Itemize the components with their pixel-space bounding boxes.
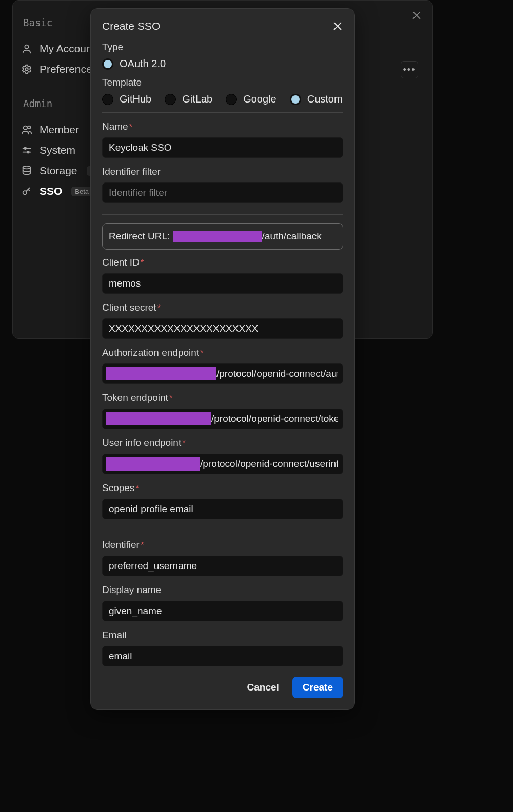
sidebar-item-label: SSO xyxy=(40,185,62,197)
radio-unchecked-icon xyxy=(226,94,237,105)
auth-endpoint-label: Authorization endpoint xyxy=(102,347,343,358)
svg-point-2 xyxy=(25,45,28,49)
auth-endpoint-input[interactable]: /protocol/openid-connect/auth xyxy=(102,363,343,384)
divider xyxy=(102,112,343,113)
scopes-label: Scopes xyxy=(102,482,343,494)
template-option-google[interactable]: Google xyxy=(226,93,277,105)
radio-label: Custom xyxy=(307,93,343,105)
svg-point-3 xyxy=(25,68,28,71)
key-icon xyxy=(21,186,32,197)
user-icon xyxy=(21,43,32,54)
template-label: Template xyxy=(102,77,343,88)
identifier-label: Identifier xyxy=(102,539,343,551)
sidebar-item-label: System xyxy=(40,144,75,156)
radio-label: GitHub xyxy=(120,93,151,105)
radio-label: OAuth 2.0 xyxy=(120,58,166,70)
name-input[interactable] xyxy=(102,137,343,158)
modal-title: Create SSO xyxy=(102,20,160,32)
modal-close-button[interactable] xyxy=(332,21,343,32)
token-endpoint-suffix: /protocol/openid-connect/token xyxy=(211,413,338,424)
display-name-label: Display name xyxy=(102,584,343,596)
redacted-segment xyxy=(106,412,211,425)
divider xyxy=(102,531,343,531)
type-option-oauth2[interactable]: OAuth 2.0 xyxy=(102,58,166,70)
settings-close-button[interactable] xyxy=(411,10,422,21)
sliders-icon xyxy=(21,145,32,156)
create-button[interactable]: Create xyxy=(292,677,343,698)
modal-actions: Cancel Create xyxy=(102,677,343,698)
redirect-url-display[interactable]: Redirect URL: /auth/callback xyxy=(102,223,343,250)
sidebar-item-label: My Account xyxy=(40,43,95,55)
email-input[interactable] xyxy=(102,646,343,666)
divider xyxy=(102,214,343,215)
svg-point-10 xyxy=(23,166,31,169)
radio-checked-icon xyxy=(102,58,113,70)
type-label: Type xyxy=(102,42,343,53)
type-radio-group: OAuth 2.0 xyxy=(102,58,343,70)
userinfo-endpoint-suffix: /protocol/openid-connect/userinfo xyxy=(200,458,338,470)
redacted-segment xyxy=(106,457,200,471)
client-secret-input[interactable] xyxy=(102,318,343,339)
redirect-url-prefix: Redirect URL: xyxy=(109,231,170,242)
radio-unchecked-icon xyxy=(102,94,113,105)
name-label: Name xyxy=(102,121,343,132)
svg-point-9 xyxy=(27,151,29,153)
gear-icon xyxy=(21,64,32,75)
svg-point-7 xyxy=(24,148,26,150)
database-icon xyxy=(21,165,32,176)
token-endpoint-label: Token endpoint xyxy=(102,392,343,403)
client-secret-label: Client secret xyxy=(102,302,343,313)
radio-label: Google xyxy=(243,93,277,105)
client-id-label: Client ID xyxy=(102,257,343,268)
client-id-input[interactable] xyxy=(102,273,343,294)
radio-checked-icon xyxy=(290,94,301,105)
auth-endpoint-suffix: /protocol/openid-connect/auth xyxy=(216,368,338,379)
identifier-input[interactable] xyxy=(102,556,343,576)
token-endpoint-input[interactable]: /protocol/openid-connect/token xyxy=(102,409,343,429)
scopes-input[interactable] xyxy=(102,499,343,519)
beta-badge: Beta xyxy=(71,187,92,196)
cancel-button[interactable]: Cancel xyxy=(245,677,281,698)
svg-point-4 xyxy=(24,126,27,130)
svg-point-5 xyxy=(28,126,31,129)
sidebar-item-label: Preferences xyxy=(40,63,97,75)
users-icon xyxy=(21,124,32,135)
userinfo-endpoint-label: User info endpoint xyxy=(102,437,343,449)
userinfo-endpoint-input[interactable]: /protocol/openid-connect/userinfo xyxy=(102,454,343,474)
redacted-segment xyxy=(106,367,216,380)
email-label: Email xyxy=(102,630,343,641)
more-options-button[interactable]: ••• xyxy=(401,61,418,78)
template-option-github[interactable]: GitHub xyxy=(102,93,151,105)
template-option-gitlab[interactable]: GitLab xyxy=(165,93,212,105)
identifier-filter-input[interactable] xyxy=(102,182,343,203)
radio-label: GitLab xyxy=(182,93,212,105)
identifier-filter-label: Identifier filter xyxy=(102,166,343,177)
sidebar-item-label: Member xyxy=(40,124,79,136)
template-radio-group: GitHub GitLab Google Custom xyxy=(102,93,343,105)
redirect-url-suffix: /auth/callback xyxy=(262,231,322,242)
display-name-input[interactable] xyxy=(102,601,343,621)
create-sso-modal: Create SSO Type OAuth 2.0 Template GitHu… xyxy=(90,8,355,710)
sidebar-item-label: Storage xyxy=(40,165,77,177)
redacted-segment xyxy=(173,231,262,242)
template-option-custom[interactable]: Custom xyxy=(290,93,343,105)
radio-unchecked-icon xyxy=(165,94,176,105)
